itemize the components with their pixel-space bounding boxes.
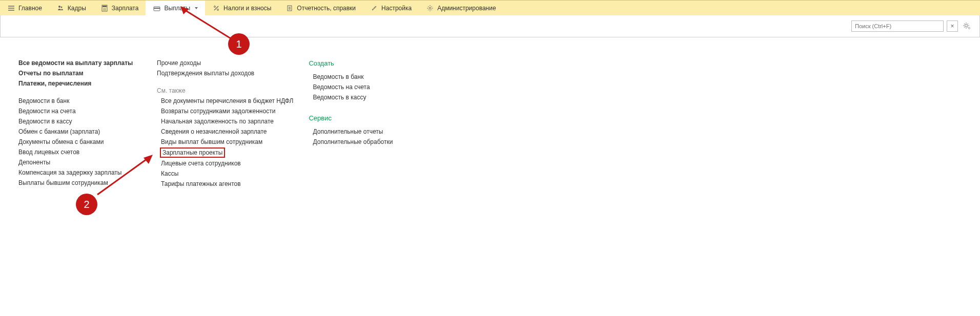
gear-icon [426, 4, 434, 12]
svg-point-7 [103, 9, 104, 10]
svg-rect-11 [154, 8, 160, 9]
percent-icon [212, 4, 220, 12]
svg-point-9 [105, 9, 106, 10]
column-2: Прочие доходы Подтверждения выплаты дохо… [157, 58, 293, 189]
nav-otchet[interactable]: Отчетность, справки [278, 1, 363, 15]
link-licevye-scheta[interactable]: Лицевые счета сотрудников [161, 158, 293, 168]
link-vse-docs-ndfl[interactable]: Все документы перечисления в бюджет НДФЛ [161, 96, 293, 106]
link-vidy-vyplat[interactable]: Виды выплат бывшим сотрудникам [161, 137, 293, 147]
service-section-header: Сервис [309, 113, 432, 123]
link-prochie-dohody[interactable]: Прочие доходы [157, 58, 293, 68]
wrench-icon [370, 4, 378, 12]
toolbar: × [0, 15, 980, 37]
svg-point-19 [429, 7, 431, 9]
menu-icon [7, 4, 15, 12]
nav-main[interactable]: Главное [0, 1, 49, 15]
link-create-vedomost-scheta[interactable]: Ведомость на счета [313, 82, 432, 92]
link-podtverzhdeniya[interactable]: Подтверждения выплаты доходов [157, 68, 293, 78]
link-vedomosti-scheta[interactable]: Ведомости на счета [18, 106, 141, 116]
link-dop-obrabotki[interactable]: Дополнительные обработки [313, 137, 432, 147]
link-zarplatnye-proekty[interactable]: Зарплатные проекты [160, 148, 225, 158]
link-svedeniya[interactable]: Сведения о незачисленной зарплате [161, 127, 293, 137]
nav-vyplaty[interactable]: Выплаты [146, 1, 205, 15]
nav-label: Главное [18, 5, 42, 12]
svg-point-4 [103, 8, 104, 9]
link-obmen-bank[interactable]: Обмен с банками (зарплата) [18, 127, 141, 137]
top-navigation: Главное Кадры Зарплата Выплаты Налоги и … [0, 0, 980, 15]
link-reports[interactable]: Отчеты по выплатам [18, 68, 141, 78]
menu-content: Все ведомости на выплату зарплаты Отчеты… [0, 37, 980, 189]
column-1: Все ведомости на выплату зарплаты Отчеты… [18, 58, 141, 189]
link-all-vedomosti[interactable]: Все ведомости на выплату зарплаты [18, 58, 141, 68]
search-clear-button[interactable]: × [947, 20, 958, 32]
nav-label: Зарплата [112, 5, 139, 12]
gear-icon [962, 22, 971, 31]
link-vyplaty-byvshim[interactable]: Выплаты бывшим сотрудникам [18, 178, 141, 188]
nav-zarplata[interactable]: Зарплата [93, 1, 146, 15]
link-create-vedomost-bank[interactable]: Ведомость в банк [313, 72, 432, 82]
nav-nalogi[interactable]: Налоги и взносы [205, 1, 278, 15]
nav-kadry[interactable]: Кадры [49, 1, 93, 15]
search-input[interactable] [851, 20, 944, 32]
svg-point-5 [104, 8, 105, 9]
nav-label: Отчетность, справки [297, 5, 356, 12]
svg-point-20 [965, 25, 968, 27]
link-kassy[interactable]: Кассы [161, 168, 293, 179]
link-kompensaciya[interactable]: Компенсация за задержку зарплаты [18, 167, 141, 178]
nav-admin[interactable]: Администрирование [419, 1, 503, 15]
svg-point-1 [60, 6, 62, 8]
link-create-vedomost-kassa[interactable]: Ведомость в кассу [313, 92, 432, 102]
svg-point-21 [969, 28, 970, 29]
link-tarify[interactable]: Тарифы платежных агентов [161, 179, 293, 189]
settings-button[interactable] [961, 20, 972, 32]
create-section-header: Создать [309, 58, 432, 69]
wallet-icon [153, 4, 161, 12]
svg-point-6 [105, 8, 106, 9]
calc-icon [100, 4, 109, 12]
nav-label: Администрирование [437, 5, 496, 12]
svg-point-12 [214, 6, 216, 7]
nav-nastroyka[interactable]: Настройка [363, 1, 419, 15]
svg-rect-3 [103, 6, 107, 7]
link-nachalnaya[interactable]: Начальная задолженность по зарплате [161, 116, 293, 127]
column-3: Создать Ведомость в банк Ведомость на сч… [309, 58, 432, 189]
svg-point-8 [104, 9, 105, 10]
link-vozvraty[interactable]: Возвраты сотрудниками задолженности [161, 106, 293, 116]
chevron-down-icon [195, 7, 198, 9]
see-also-label: См. также [157, 86, 293, 96]
link-vedomosti-bank[interactable]: Ведомости в банк [18, 96, 141, 106]
link-vvod-schetov[interactable]: Ввод лицевых счетов [18, 147, 141, 157]
link-payments[interactable]: Платежи, перечисления [18, 78, 141, 89]
svg-point-13 [217, 9, 219, 10]
nav-label: Налоги и взносы [223, 5, 271, 12]
report-icon [285, 4, 294, 12]
close-icon: × [950, 23, 954, 30]
nav-label: Выплаты [164, 5, 190, 12]
link-vedomosti-kassa[interactable]: Ведомости в кассу [18, 116, 141, 127]
link-dop-otchety[interactable]: Дополнительные отчеты [313, 127, 432, 137]
nav-label: Настройка [381, 5, 412, 12]
annotation-marker-1: 1 [228, 33, 250, 55]
link-docs-obmen[interactable]: Документы обмена с банками [18, 137, 141, 147]
link-deponenty[interactable]: Депоненты [18, 157, 141, 167]
svg-point-0 [58, 6, 60, 8]
people-icon [56, 4, 65, 12]
svg-line-14 [214, 6, 218, 10]
nav-label: Кадры [68, 5, 86, 12]
